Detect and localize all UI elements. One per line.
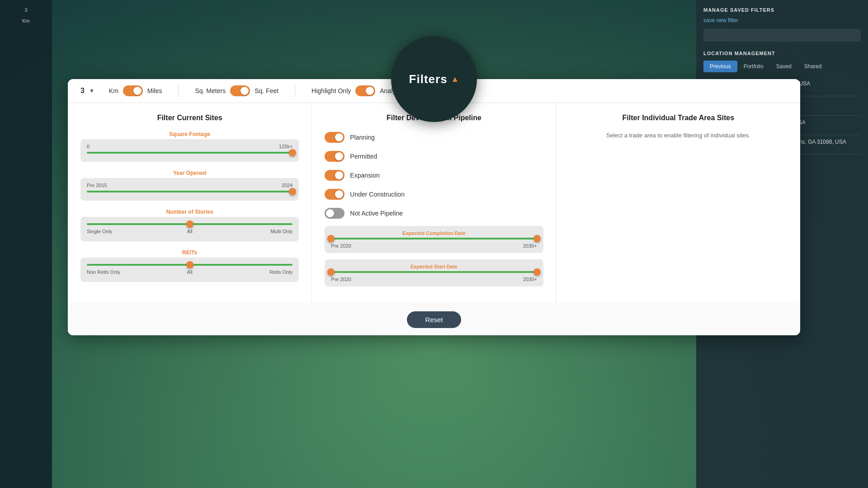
not-active-pipeline-row: Not Active Pipeline xyxy=(325,207,543,220)
stories-track[interactable] xyxy=(87,223,292,225)
square-footage-fill xyxy=(87,152,292,154)
expected-completion-thumb-left[interactable] xyxy=(327,235,335,242)
expected-start-thumb-left[interactable] xyxy=(327,268,335,276)
miles-label: Miles xyxy=(147,87,162,94)
save-filter-link[interactable]: save new filter xyxy=(703,17,861,23)
square-footage-slider-container: 0 125k+ xyxy=(80,139,299,162)
left-sidebar-km: Km xyxy=(22,18,30,23)
reits-right-label: Reits Only xyxy=(270,269,293,275)
expected-start-min: Pre 2020 xyxy=(331,277,351,282)
location-tabs: Previous Portfolio Saved Shared xyxy=(703,61,861,72)
under-construction-label: Under Construction xyxy=(350,191,405,198)
reits-slider-container: Non Reits Only All Reits Only xyxy=(80,258,299,282)
year-opened-fill xyxy=(87,191,292,192)
filter-individual-panel: Filter Individual Trade Area Sites Selec… xyxy=(557,103,800,304)
planning-row: Planning xyxy=(325,131,543,144)
tab-saved[interactable]: Saved xyxy=(770,61,798,72)
filters-panel-header: Filters ▲ xyxy=(391,36,477,122)
left-sidebar: 3 Km xyxy=(0,0,52,488)
reits-label: REITs xyxy=(80,249,299,256)
reits-left-label: Non Reits Only xyxy=(87,269,120,275)
filters-title: Filters xyxy=(409,72,448,86)
expansion-label: Expansion xyxy=(350,172,379,179)
year-max: 2024 xyxy=(282,183,292,188)
under-construction-toggle[interactable] xyxy=(325,189,344,200)
stories-slider-container: Single Only All Multi Only xyxy=(80,217,299,241)
stories-right-label: Multi Only xyxy=(270,229,292,234)
expected-completion-range: Pre 2020 2030+ xyxy=(331,243,537,249)
unit-km-group: Km Miles xyxy=(109,85,162,96)
expected-completion-thumb-right[interactable] xyxy=(533,235,541,242)
year-opened-thumb[interactable] xyxy=(289,188,296,195)
sqmeters-sqfeet-toggle[interactable] xyxy=(230,85,250,96)
km-miles-toggle[interactable] xyxy=(123,85,143,96)
expected-completion-label: Expected Completion Date xyxy=(331,230,537,236)
reits-center-label: All xyxy=(187,269,193,275)
square-footage-range: 0 125k+ xyxy=(87,144,292,149)
reits-thumb[interactable] xyxy=(186,261,193,268)
mode-group: Highlight Only Analysis xyxy=(311,85,403,96)
filter-individual-title: Filter Individual Trade Area Sites xyxy=(569,114,788,122)
year-opened-slider-container: Pre 2015 2024 xyxy=(80,178,299,201)
expected-start-thumb-right[interactable] xyxy=(533,268,541,276)
filter-development-panel: Filter Development Pipeline Planning Per… xyxy=(312,103,556,304)
expected-start-track[interactable] xyxy=(331,271,537,273)
expected-completion-track[interactable] xyxy=(331,238,537,239)
year-min: Pre 2015 xyxy=(87,183,107,188)
stories-left-label: Single Only xyxy=(87,229,112,234)
square-footage-track[interactable] xyxy=(87,152,292,154)
reits-track[interactable] xyxy=(87,264,292,266)
expected-completion-fill xyxy=(331,238,537,239)
reset-button[interactable]: Reset xyxy=(407,311,461,328)
sq-ft-max: 125k+ xyxy=(279,144,292,149)
left-sidebar-label: 3 xyxy=(24,7,27,13)
permitted-toggle[interactable] xyxy=(325,151,344,162)
modal-footer: Reset xyxy=(68,304,800,335)
expected-start-box: Expected Start Date Pre 2020 2030+ xyxy=(325,259,543,286)
permitted-row: Permitted xyxy=(325,150,543,163)
expected-start-max: 2030+ xyxy=(523,277,537,282)
expected-start-label: Expected Start Date xyxy=(331,264,537,269)
expected-completion-min: Pre 2020 xyxy=(331,243,351,249)
manage-filters-title: Manage Saved Filters xyxy=(703,7,861,13)
year-opened-track[interactable] xyxy=(87,191,292,192)
modal-body: Filter Current Sites Square Footage 0 12… xyxy=(68,103,800,304)
year-opened-section: Year Opened Pre 2015 2024 xyxy=(80,170,299,201)
expansion-toggle[interactable] xyxy=(325,170,344,181)
square-footage-section: Square Footage 0 125k+ xyxy=(80,131,299,162)
expected-completion-box: Expected Completion Date Pre 2020 2030+ xyxy=(325,226,543,253)
radius-group: 3 ▼ xyxy=(80,87,94,95)
reits-section: REITs Non Reits Only All Reits Only xyxy=(80,249,299,282)
permitted-label: Permitted xyxy=(350,153,377,160)
sqfeet-label: Sq. Feet xyxy=(255,87,278,94)
sq-ft-min: 0 xyxy=(87,144,90,149)
stories-center-label: All xyxy=(187,229,193,234)
location-mgmt-title: LOCATION MANAGEMENT xyxy=(703,51,861,56)
expected-completion-max: 2030+ xyxy=(523,243,537,249)
stories-label: Number of Stories xyxy=(80,209,299,215)
filters-arrow-icon[interactable]: ▲ xyxy=(451,75,459,84)
tab-portfolio[interactable]: Portfolio xyxy=(737,61,770,72)
not-active-pipeline-label: Not Active Pipeline xyxy=(350,210,403,217)
filter-current-sites-panel: Filter Current Sites Square Footage 0 12… xyxy=(68,103,312,304)
stories-thumb[interactable] xyxy=(186,221,193,228)
square-footage-label: Square Footage xyxy=(80,131,299,137)
planning-toggle[interactable] xyxy=(325,132,344,143)
filter-current-title: Filter Current Sites xyxy=(80,114,299,122)
radius-chevron-icon[interactable]: ▼ xyxy=(89,88,94,94)
expected-start-range: Pre 2020 2030+ xyxy=(331,277,537,282)
square-footage-thumb[interactable] xyxy=(289,149,296,156)
radius-value: 3 xyxy=(80,87,85,95)
toolbar-divider xyxy=(178,84,179,97)
sqmeters-label: Sq. Meters xyxy=(195,87,226,94)
tab-shared[interactable]: Shared xyxy=(798,61,828,72)
tab-previous[interactable]: Previous xyxy=(703,61,737,72)
year-opened-range: Pre 2015 2024 xyxy=(87,183,292,188)
highlight-analysis-toggle[interactable] xyxy=(355,85,375,96)
km-label: Km xyxy=(109,87,118,94)
expected-start-fill xyxy=(331,271,537,273)
year-opened-label: Year Opened xyxy=(80,170,299,176)
highlight-label: Highlight Only xyxy=(311,87,351,94)
not-active-pipeline-toggle[interactable] xyxy=(325,208,344,219)
planning-label: Planning xyxy=(350,134,375,141)
